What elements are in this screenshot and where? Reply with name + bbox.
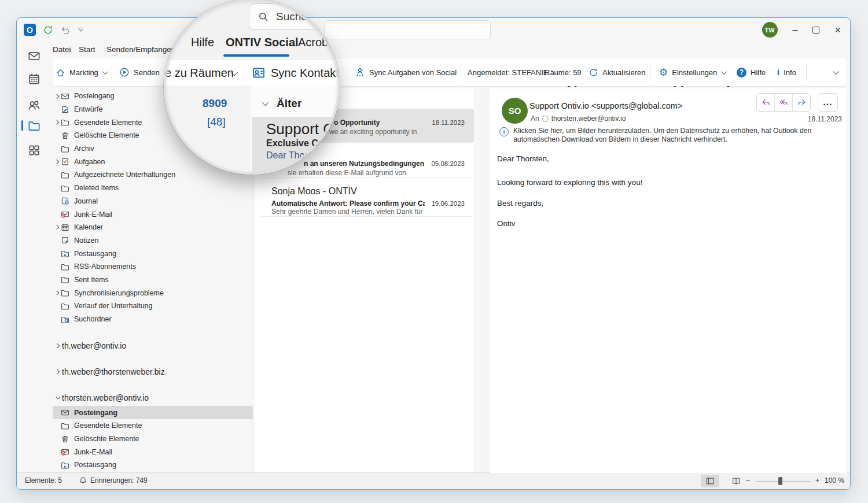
outbox-icon bbox=[61, 461, 69, 469]
note-icon bbox=[61, 236, 69, 245]
trash-icon bbox=[61, 131, 69, 140]
einstellungen-button[interactable]: ⚙ Einstellungen bbox=[659, 58, 725, 86]
angemeldet-status: Angemeldet: STEFANIE bbox=[468, 58, 548, 86]
minimize-button[interactable]: – bbox=[793, 25, 798, 35]
tab-senden-empfangen[interactable]: Senden/Empfangen bbox=[106, 45, 175, 54]
reply-all-button[interactable] bbox=[774, 94, 792, 111]
info-icon: i bbox=[777, 68, 779, 77]
lens-drafts-count: [48] bbox=[207, 116, 226, 128]
folder-aufgezeichnete[interactable]: Aufgezeichnete Unterhaltungen bbox=[53, 168, 253, 182]
status-bar: Elemente: 5 Erinnerungen: 749 − + 100 % bbox=[17, 472, 850, 489]
folder-syncprobleme[interactable]: Synchronisierungsprobleme bbox=[53, 286, 253, 299]
sync-refresh-icon[interactable] bbox=[43, 25, 53, 35]
account-thorstenweber-biz[interactable]: th.weber@thorstenweber.biz bbox=[53, 366, 253, 378]
zoom-out-button[interactable]: − bbox=[746, 476, 750, 484]
sync-tasks-icon bbox=[355, 67, 365, 77]
tab-start[interactable]: Start bbox=[79, 45, 95, 54]
tab-datei[interactable]: Datei bbox=[53, 45, 71, 54]
account-folder-geloeschte[interactable]: Gelöschte Elemente bbox=[53, 432, 253, 446]
folder-postausgang[interactable]: Postausgang bbox=[53, 247, 253, 260]
folder-icon bbox=[61, 118, 69, 127]
gear-icon: ⚙ bbox=[659, 68, 668, 77]
sync-aufgaben-button[interactable]: Sync Aufgaben von Social bbox=[355, 58, 457, 86]
journal-icon bbox=[61, 197, 69, 205]
lens-sync-kontakte-button[interactable]: Sync Kontakte voM bbox=[271, 66, 340, 80]
aktualisieren-button[interactable]: Aktualisieren bbox=[589, 58, 645, 86]
zoom-slider-thumb[interactable] bbox=[778, 477, 782, 485]
body-line: Looking forward to exploring this with y… bbox=[497, 178, 642, 187]
user-avatar[interactable]: TW bbox=[762, 22, 778, 38]
folder-journal[interactable]: Journal bbox=[53, 195, 253, 208]
zoom-slider[interactable] bbox=[756, 481, 811, 482]
folder-deleted-items[interactable]: Deleted Items bbox=[53, 182, 253, 195]
lens-inbox-count: 8909 bbox=[203, 97, 227, 110]
folder-junk[interactable]: Junk-E-Mail bbox=[53, 208, 253, 221]
account-thorsten-weber-ontiv[interactable]: thorsten.weber@ontiv.io bbox=[53, 392, 253, 404]
info-button[interactable]: i Info bbox=[777, 58, 796, 86]
search-icon bbox=[258, 11, 269, 23]
layout-view-button[interactable] bbox=[701, 475, 719, 487]
sender-avatar[interactable]: SO bbox=[502, 98, 528, 124]
outlook-window: O TW – × Datei Start Senden/Empfangen Ma… bbox=[16, 17, 851, 490]
body-line: Dear Thorsten, bbox=[497, 154, 549, 163]
calendar-icon bbox=[61, 223, 69, 232]
folder-notizen[interactable]: Notizen bbox=[53, 234, 253, 247]
search-input[interactable] bbox=[325, 20, 491, 39]
hilfe-button[interactable]: ? Hilfe bbox=[737, 58, 766, 86]
folder-icon bbox=[61, 171, 69, 179]
download-images-banner[interactable]: i Klicken Sie hier, um Bilder herunterzu… bbox=[499, 127, 835, 145]
bell-icon bbox=[79, 476, 87, 485]
folder-icon bbox=[61, 421, 69, 430]
body-line: Best regards, bbox=[497, 199, 543, 208]
folder-sent-items[interactable]: Sent Items bbox=[53, 273, 253, 287]
junk-mail-icon bbox=[61, 447, 69, 456]
account-folder-postausgang[interactable]: Postausgang bbox=[53, 458, 253, 472]
recipient-address[interactable]: thorsten.weber@ontiv.io bbox=[551, 114, 626, 123]
app-bar bbox=[17, 42, 52, 473]
mail-icon bbox=[61, 408, 69, 417]
lens-group-header[interactable]: Älter bbox=[277, 97, 301, 110]
quick-access-toolbar: O bbox=[24, 24, 82, 36]
lens-sync-contacts-icon bbox=[252, 66, 266, 80]
collapse-ribbon-button[interactable] bbox=[833, 58, 837, 86]
more-actions-button[interactable]: ... bbox=[818, 93, 838, 112]
account-folder-posteingang[interactable]: Posteingang bbox=[53, 406, 253, 419]
lens-tab-hilfe[interactable]: Hilfe bbox=[191, 36, 214, 49]
markting-button[interactable]: Markting bbox=[56, 58, 106, 86]
zoom-in-button[interactable]: + bbox=[815, 476, 819, 484]
account-th-weber-ontiv[interactable]: th.weber@ontiv.io bbox=[53, 340, 253, 352]
mail-module-icon[interactable] bbox=[28, 50, 41, 62]
sender-name[interactable]: Support Ontiv.io <supports@global.com> bbox=[529, 101, 682, 110]
reading-pane: Exclusive Crypto Investment Opportunity … bbox=[490, 88, 847, 473]
lens-tab-ontiv-social[interactable]: ONTIV Social bbox=[226, 36, 299, 49]
folder-rss[interactable]: RSS-Abonnements bbox=[53, 260, 253, 273]
message-date: 18.11.2023 bbox=[808, 115, 842, 123]
to-label: An bbox=[531, 114, 539, 123]
people-module-icon[interactable] bbox=[28, 99, 41, 112]
reply-button[interactable] bbox=[757, 94, 774, 111]
account-folder-junk[interactable]: Junk-E-Mail bbox=[53, 445, 253, 458]
folders-module-icon[interactable] bbox=[28, 119, 41, 132]
forward-button[interactable] bbox=[792, 94, 810, 111]
folder-icon bbox=[61, 289, 69, 297]
reading-view-button[interactable] bbox=[727, 475, 745, 487]
maximize-button[interactable] bbox=[812, 27, 819, 34]
body-line: Ontiv bbox=[497, 219, 516, 228]
customize-toolbar-icon[interactable] bbox=[78, 28, 82, 32]
pane-divider[interactable] bbox=[480, 88, 480, 473]
apps-module-icon[interactable] bbox=[28, 144, 41, 157]
lens-raeumen-button[interactable]: e zu Räumen bbox=[165, 66, 234, 80]
close-button[interactable]: × bbox=[834, 25, 841, 35]
undo-icon[interactable] bbox=[60, 25, 71, 35]
send-icon bbox=[119, 67, 130, 77]
reminders-count: Erinnerungen: 749 bbox=[90, 476, 148, 484]
junk-mail-icon bbox=[61, 210, 69, 219]
folder-verlauf[interactable]: Verlauf der Unterhaltung bbox=[53, 299, 253, 313]
folder-suchordner[interactable]: Suchordner bbox=[53, 313, 253, 326]
zoom-level: 100 % bbox=[825, 476, 844, 484]
senden-button[interactable]: Senden bbox=[119, 58, 160, 86]
calendar-module-icon[interactable] bbox=[28, 73, 41, 86]
account-folder-gesendete[interactable]: Gesendete Elemente bbox=[53, 419, 253, 432]
list-item-sonja-moos[interactable]: Sonja Moos - ONTIV Automatische Antwort:… bbox=[255, 177, 474, 216]
folder-kalender[interactable]: Kalender bbox=[53, 221, 253, 234]
